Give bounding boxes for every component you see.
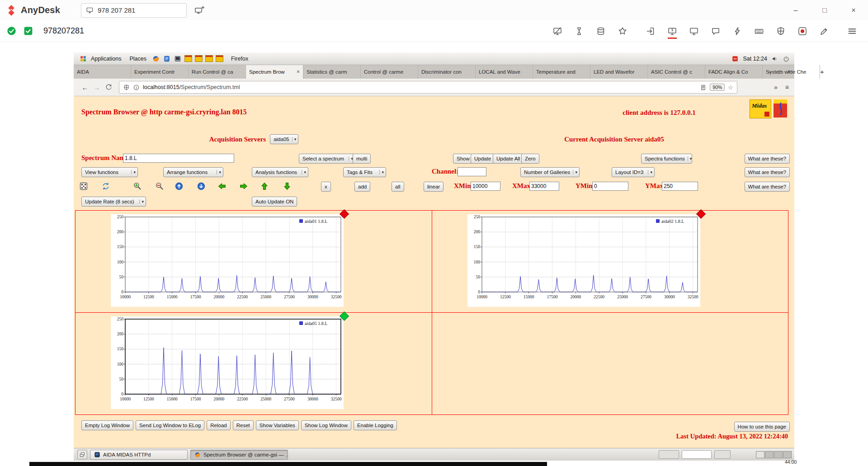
tab-close-icon[interactable]: × bbox=[297, 69, 300, 75]
ymin-input[interactable] bbox=[592, 182, 628, 191]
panel-clock[interactable]: Sat 12:24 bbox=[743, 56, 767, 62]
show-variables-button[interactable]: Show Variables bbox=[256, 420, 299, 430]
what-are-these-button[interactable]: What are these? bbox=[745, 167, 790, 177]
back-button[interactable]: ← bbox=[79, 84, 91, 91]
what-are-these-button[interactable]: What are these? bbox=[745, 182, 790, 192]
spectrum-name-input[interactable] bbox=[123, 154, 234, 163]
show-log-window-button[interactable]: Show Log Window bbox=[301, 420, 351, 430]
channel-input[interactable] bbox=[458, 167, 486, 176]
galleries-dropdown[interactable]: Number of Galleries▾ bbox=[520, 167, 580, 177]
update-all-button[interactable]: Update All bbox=[493, 154, 524, 164]
privacy-screen-icon[interactable] bbox=[552, 26, 562, 36]
forward-button[interactable]: → bbox=[91, 84, 103, 91]
tab-local-and-wave[interactable]: LOCAL and Wave bbox=[476, 65, 533, 79]
acquisition-server-select[interactable]: aida05▾ bbox=[270, 134, 298, 144]
overflow-menu-icon[interactable]: » bbox=[774, 84, 778, 91]
add-button[interactable]: add bbox=[354, 182, 370, 192]
session-address-tab[interactable]: 978 207 281 bbox=[81, 3, 187, 18]
analysis-functions-dropdown[interactable]: Analysis functions▾ bbox=[252, 167, 308, 177]
show-desktop-button[interactable] bbox=[77, 450, 87, 459]
maximize-button[interactable]: □ bbox=[810, 0, 839, 20]
workspace-switcher[interactable] bbox=[756, 451, 792, 458]
arrow-down-icon[interactable] bbox=[283, 182, 292, 191]
view-functions-dropdown[interactable]: View functions▾ bbox=[81, 167, 138, 177]
update-button[interactable]: Update bbox=[471, 154, 495, 164]
taskbar-window-httpd[interactable]: AIDA MIDAS HTTPd bbox=[90, 450, 188, 460]
x-button[interactable]: x bbox=[321, 182, 331, 192]
maximize-button[interactable]: □ bbox=[778, 69, 781, 75]
keyboard-icon[interactable] bbox=[754, 26, 764, 36]
auto-update-button[interactable]: Auto Update ON bbox=[252, 197, 297, 207]
reset-button[interactable]: Reset bbox=[233, 420, 254, 430]
notification-icon[interactable] bbox=[731, 55, 739, 62]
minimize-button[interactable]: – bbox=[769, 69, 772, 75]
linear-button[interactable]: linear bbox=[424, 182, 443, 192]
power-icon[interactable] bbox=[783, 55, 790, 62]
permissions-icon[interactable] bbox=[776, 26, 786, 36]
monitor-2-icon[interactable] bbox=[689, 26, 699, 36]
volume-icon[interactable] bbox=[771, 55, 778, 62]
ymax-input[interactable] bbox=[662, 182, 698, 191]
update-rate-dropdown[interactable]: Update Rate (8 secs)▾ bbox=[81, 197, 146, 207]
workspace-3[interactable] bbox=[774, 451, 783, 458]
zero-button[interactable]: Zero bbox=[521, 154, 539, 164]
zoom-out-icon[interactable] bbox=[155, 182, 164, 191]
site-info-icon[interactable] bbox=[133, 84, 140, 91]
tracking-shield-icon[interactable] bbox=[123, 84, 130, 91]
applications-menu[interactable]: Applications bbox=[74, 52, 125, 65]
how-to-use-button[interactable]: How to use this page bbox=[734, 422, 790, 432]
tab-temperature-and[interactable]: Temperature and bbox=[533, 65, 590, 79]
hamburger-menu-icon[interactable]: ≡ bbox=[785, 84, 789, 91]
editor-launcher-icon[interactable] bbox=[163, 55, 170, 62]
tab-control-carme[interactable]: Control @ carme bbox=[361, 65, 418, 79]
tab-spectrum-brow[interactable]: Spectrum Brow× bbox=[246, 65, 303, 79]
firefox-launcher-icon[interactable] bbox=[152, 55, 160, 62]
workspace-4[interactable] bbox=[783, 451, 792, 458]
workspace-1[interactable] bbox=[756, 451, 764, 458]
what-are-these-button[interactable]: What are these? bbox=[745, 154, 790, 164]
tab-statistics-carm[interactable]: Statistics @ carm bbox=[303, 65, 361, 79]
bookmark-star-icon[interactable]: ☆ bbox=[728, 84, 733, 91]
reader-mode-icon[interactable] bbox=[700, 84, 707, 91]
zoom-level-badge[interactable]: 90% bbox=[710, 84, 725, 91]
layout-id-dropdown[interactable]: Layout ID=3▾ bbox=[612, 167, 655, 177]
tray-applet[interactable] bbox=[714, 450, 731, 459]
hourglass-icon[interactable] bbox=[574, 26, 584, 36]
chat-icon[interactable] bbox=[711, 26, 721, 36]
arrow-up-icon[interactable] bbox=[260, 182, 269, 191]
active-window-name[interactable]: Firefox bbox=[231, 56, 248, 62]
file-transfer-icon[interactable] bbox=[596, 26, 606, 36]
arrow-right-icon[interactable] bbox=[239, 182, 248, 191]
arrange-functions-dropdown[interactable]: Arrange functions▾ bbox=[163, 167, 223, 177]
tray-applet[interactable] bbox=[682, 450, 712, 459]
multi-button[interactable]: multi bbox=[353, 154, 371, 164]
zoom-in-icon[interactable] bbox=[133, 182, 142, 191]
actions-icon[interactable] bbox=[732, 26, 742, 36]
reload-button[interactable] bbox=[105, 84, 113, 91]
close-button[interactable]: × bbox=[839, 0, 868, 20]
panel-app-icon[interactable] bbox=[205, 55, 213, 62]
dice-icon[interactable] bbox=[79, 182, 88, 191]
tab-asic-control-c[interactable]: ASIC Control @ c bbox=[648, 65, 705, 79]
panel-app-icon[interactable] bbox=[195, 55, 203, 62]
tab-experiment-contr[interactable]: Experiment Contr bbox=[131, 65, 189, 79]
taskbar-window-spectrum[interactable]: Spectrum Browser @ carme-gsi — … bbox=[190, 450, 288, 460]
tab-aida[interactable]: AIDA bbox=[74, 65, 131, 79]
reload-button[interactable]: Reload bbox=[207, 420, 230, 430]
minimize-button[interactable]: – bbox=[781, 0, 810, 20]
new-connection-icon[interactable] bbox=[646, 26, 656, 36]
tray-applet[interactable] bbox=[659, 450, 679, 459]
new-tab-button[interactable]: + bbox=[820, 65, 824, 79]
terminal-launcher-icon[interactable] bbox=[174, 55, 181, 62]
refresh-icon[interactable] bbox=[101, 182, 110, 191]
enable-logging-button[interactable]: Enable Logging bbox=[354, 420, 397, 430]
empty-log-window-button[interactable]: Empty Log Window bbox=[81, 420, 133, 430]
tab-discriminator-con[interactable]: Discriminator con bbox=[418, 65, 476, 79]
spectra-functions-dropdown[interactable]: Spectra functions▾ bbox=[641, 154, 692, 164]
tab-fadc-align-co[interactable]: FADC Align & Co bbox=[705, 65, 763, 79]
panel-app-icon[interactable] bbox=[184, 55, 192, 62]
xmax-input[interactable] bbox=[529, 182, 559, 191]
url-text[interactable]: localhost:8015/Spectrum/Spectrum.tml bbox=[143, 84, 697, 90]
all-button[interactable]: all bbox=[392, 182, 404, 192]
whiteboard-icon[interactable] bbox=[819, 26, 829, 36]
